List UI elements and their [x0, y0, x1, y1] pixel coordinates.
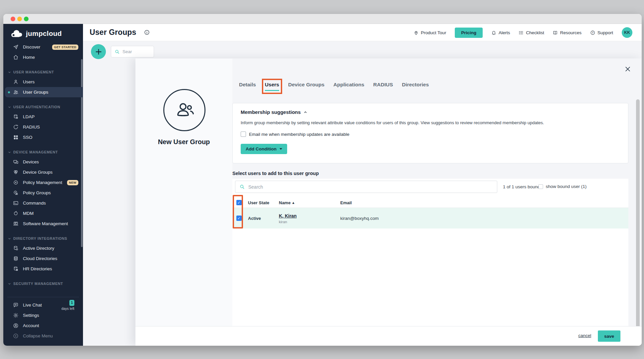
email-updates-label: Email me when membership updates are ava…	[249, 132, 349, 137]
tab-users[interactable]: Users	[265, 82, 279, 91]
sidebar-item-devices[interactable]: Devices	[3, 157, 83, 167]
show-bound-option[interactable]: show bound user (1)	[538, 184, 587, 189]
cancel-link[interactable]: cancel	[578, 333, 591, 338]
trial-days-left: 1days left	[61, 300, 74, 311]
sidebar-item-hr-directories[interactable]: HR Directories	[3, 264, 83, 274]
vertical-scrollbar[interactable]	[636, 99, 640, 337]
users-table-header: User State Name▲ Email	[232, 198, 628, 208]
users-table-sheet: 1 of 1 users bound show bound user (1) U…	[232, 179, 628, 337]
section-header-user-authentication[interactable]: USER AUTHENTICATION	[3, 102, 83, 112]
sidebar-item-policy-groups[interactable]: Policy Groups	[3, 188, 83, 198]
tab-device-groups[interactable]: Device Groups	[288, 82, 324, 91]
table-row[interactable]: Active K, Kiran kiran kiran@boxyhq.com	[232, 208, 628, 228]
save-button[interactable]: save	[598, 330, 620, 342]
app-window: jumpcloud DiscoverGET STARTEDHomeUSER MA…	[3, 14, 642, 346]
sidebar-item-user-groups[interactable]: User Groups	[5, 87, 83, 97]
sidebar-item-sso[interactable]: SSO	[3, 132, 83, 142]
email-updates-checkbox[interactable]	[241, 132, 246, 137]
device-groups-icon	[13, 169, 19, 175]
sidebar-item-users[interactable]: Users	[3, 77, 83, 87]
user-username: kiran	[279, 220, 338, 224]
tab-details[interactable]: Details	[239, 82, 256, 91]
window-titlebar	[3, 14, 642, 24]
sidebar-item-policy-management[interactable]: Policy ManagementNEW	[3, 177, 83, 188]
sidebar-item-software-management[interactable]: Software Management	[3, 219, 83, 229]
checklist-icon	[519, 30, 523, 35]
radius-icon	[13, 124, 19, 130]
row-checkbox[interactable]	[236, 216, 242, 221]
sidebar-item-discover[interactable]: DiscoverGET STARTED	[3, 42, 83, 52]
sidebar-item-commands[interactable]: Commands	[3, 198, 83, 208]
home-icon	[13, 54, 19, 60]
gear-icon	[13, 313, 19, 318]
sidebar-item-cloud-directories[interactable]: Cloud Directories	[3, 253, 83, 264]
bell-icon	[491, 30, 496, 35]
sidebar-item-active-directory[interactable]: Active Directory	[3, 243, 83, 253]
groups-search-input[interactable]	[122, 49, 146, 54]
user-search-input[interactable]	[248, 184, 497, 190]
search-icon	[239, 184, 245, 190]
apple-icon	[13, 211, 19, 217]
section-header-user-management[interactable]: USER MANAGEMENT	[3, 67, 83, 77]
sidebar-item-device-groups[interactable]: Device Groups	[3, 167, 83, 177]
close-icon[interactable]	[624, 66, 631, 72]
section-header-directory-integrations[interactable]: DIRECTORY INTEGRATIONS	[3, 234, 83, 243]
select-all-checkbox[interactable]	[236, 200, 242, 205]
show-bound-checkbox[interactable]	[538, 184, 543, 189]
section-header-device-management[interactable]: DEVICE MANAGEMENT	[3, 147, 83, 157]
zoom-window-button[interactable]	[24, 17, 29, 21]
sidebar-item-home[interactable]: Home	[3, 52, 83, 62]
email-updates-option[interactable]: Email me when membership updates are ava…	[241, 132, 620, 137]
chevron-down-icon	[8, 151, 11, 154]
user-search	[235, 181, 497, 193]
sidebar-item-mdm[interactable]: MDM	[3, 208, 83, 219]
logo-text: jumpcloud	[26, 30, 62, 38]
membership-suggestions-description: Inform group membership by setting relev…	[241, 120, 620, 125]
question-icon: ?	[590, 30, 595, 35]
sidebar-item-account[interactable]: Account	[7, 320, 79, 331]
user-name-link[interactable]: K, Kiran	[279, 213, 297, 219]
header-action-support[interactable]: ?Support	[590, 30, 613, 35]
header-action-resources[interactable]: Resources	[553, 30, 582, 35]
avatar[interactable]: KK	[622, 27, 632, 38]
tab-applications[interactable]: Applications	[333, 82, 364, 91]
add-group-button[interactable]	[91, 44, 106, 59]
sidebar: jumpcloud DiscoverGET STARTEDHomeUSER MA…	[3, 24, 83, 346]
column-email[interactable]: Email	[338, 200, 628, 205]
laptop-icon	[13, 221, 19, 227]
header-action-alerts[interactable]: Alerts	[491, 30, 510, 35]
panel-footer: cancel save	[135, 326, 642, 346]
column-user-state[interactable]: User State	[245, 200, 276, 205]
add-condition-label: Add Condition	[246, 146, 277, 151]
minimize-window-button[interactable]	[17, 17, 22, 21]
close-window-button[interactable]	[11, 17, 15, 21]
main-area: User Groups Product TourPricingAlertsChe…	[83, 24, 642, 346]
select-users-label: Select users to add to this user group	[232, 171, 319, 176]
badge-new: NEW	[67, 180, 78, 185]
active-indicator-dot	[8, 91, 10, 93]
tab-radius[interactable]: RADIUS	[373, 82, 393, 91]
page-title: User Groups	[90, 28, 136, 37]
pricing-button[interactable]: Pricing	[455, 28, 483, 38]
add-condition-button[interactable]: Add Condition	[241, 144, 287, 154]
user-group-icon	[163, 89, 205, 131]
sidebar-item-live-chat[interactable]: Live Chat1days left	[7, 300, 79, 310]
sidebar-item-radius[interactable]: RADIUS	[3, 122, 83, 132]
group-name-title: New User Group	[135, 138, 232, 146]
header-action-checklist[interactable]: Checklist	[519, 30, 544, 35]
info-icon[interactable]	[144, 30, 150, 35]
sidebar-item-settings[interactable]: Settings	[7, 310, 79, 320]
sso-icon	[13, 135, 19, 140]
membership-suggestions-toggle[interactable]: Membership suggestions	[241, 109, 620, 115]
column-name[interactable]: Name▲	[276, 200, 338, 205]
collapse-icon	[13, 333, 19, 339]
sidebar-item-collapse-menu[interactable]: Collapse Menu	[7, 331, 79, 341]
sidebar-item-ldap[interactable]: LDAP	[3, 112, 83, 122]
section-header-security-management[interactable]: SECURITY MANAGEMENT	[3, 279, 83, 288]
tab-directories[interactable]: Directories	[402, 82, 429, 91]
commands-icon	[13, 200, 19, 206]
header-action-product-tour[interactable]: Product Tour	[414, 30, 446, 35]
chevron-down-icon	[8, 106, 11, 109]
cloud-logo-icon	[11, 29, 23, 38]
chevron-down-icon	[8, 71, 11, 74]
